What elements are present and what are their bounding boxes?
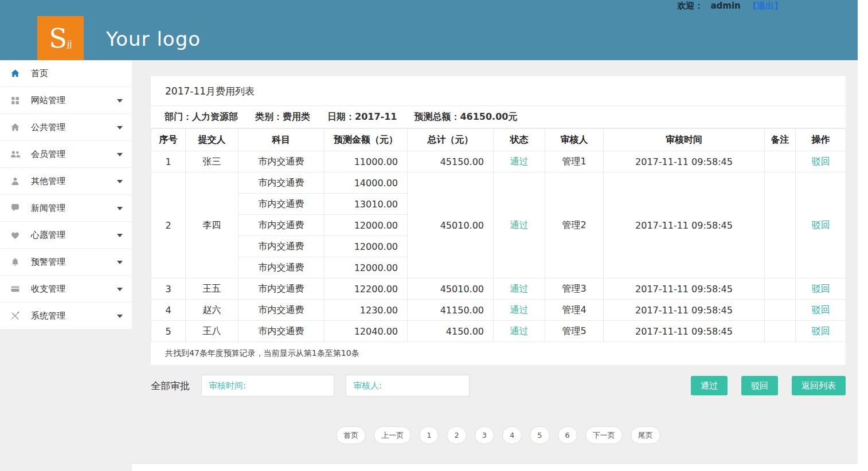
status-pass-link[interactable]: 通过 <box>510 304 529 315</box>
result-count-note: 共找到47条年度预算记录，当前显示从第1条至第10条 <box>151 342 846 365</box>
page-1-button[interactable]: 1 <box>419 426 439 444</box>
total-cell: 45010.00 <box>408 278 494 300</box>
reject-link[interactable]: 驳回 <box>812 283 830 294</box>
sidebar-item-label: 首页 <box>31 68 48 79</box>
status-cell: 通过 <box>494 321 545 342</box>
note-cell <box>765 278 796 300</box>
sidebar-item-system-management[interactable]: 系统管理 <box>0 303 132 329</box>
reject-link[interactable]: 驳回 <box>812 304 830 315</box>
audit-time-input[interactable] <box>201 375 334 397</box>
expense-panel: 2017-11月费用列表 部门：人力资源部 类别：费用类 日期：2017-11 … <box>151 76 846 365</box>
back-to-list-button[interactable]: 返回列表 <box>792 376 846 395</box>
subject-cell: 市内交通费 <box>238 194 324 215</box>
action-cell: 驳回 <box>796 278 846 300</box>
logo-badge-sub: jj <box>67 39 72 49</box>
table-header-row: 序号 提交人 科目 预测金额（元） 总计（元） 状态 审核人 审核时间 备注 操… <box>151 129 846 151</box>
sidebar-item-home[interactable]: 首页 <box>0 60 132 87</box>
page: 欢迎： admin 【退出】 S jj Your logo 首页 网站管理 <box>0 0 868 471</box>
col-forecast-amount: 预测金额（元） <box>324 129 408 151</box>
action-cell: 驳回 <box>796 300 846 321</box>
status-pass-link[interactable]: 通过 <box>510 219 529 230</box>
page-last-button[interactable]: 尾页 <box>631 426 660 444</box>
welcome-label: 欢迎： <box>677 1 703 11</box>
col-action: 操作 <box>796 129 846 151</box>
amount-cell: 12000.00 <box>324 257 408 278</box>
subject-cell: 市内交通费 <box>238 151 324 172</box>
logo-badge: S jj <box>37 16 84 60</box>
audit-time-cell: 2017-11-11 09:58:45 <box>604 172 765 278</box>
sidebar-item-finance-management[interactable]: 收支管理 <box>0 276 132 303</box>
scrollbar-track[interactable] <box>858 0 868 471</box>
serial-cell: 3 <box>151 278 186 300</box>
sidebar-item-warning-management[interactable]: 预警管理 <box>0 249 132 276</box>
page-first-button[interactable]: 首页 <box>336 426 366 444</box>
subject-cell: 市内交通费 <box>238 321 324 342</box>
home-icon <box>10 69 23 78</box>
summary-category: 类别：费用类 <box>255 111 310 123</box>
page-4-button[interactable]: 4 <box>502 426 522 444</box>
sidebar-item-news-management[interactable]: 新闻管理 <box>0 195 132 222</box>
reject-link[interactable]: 驳回 <box>812 325 830 336</box>
action-cell: 驳回 <box>796 151 846 172</box>
sidebar-item-site-management[interactable]: 网站管理 <box>0 87 132 114</box>
summary-dept: 部门：人力资源部 <box>165 111 238 123</box>
note-cell <box>765 321 796 342</box>
app-header: 欢迎： admin 【退出】 S jj Your logo <box>0 0 858 60</box>
users-icon <box>10 150 23 159</box>
status-pass-link[interactable]: 通过 <box>510 325 529 336</box>
grid-icon <box>10 96 23 105</box>
reject-button[interactable]: 驳回 <box>741 376 778 395</box>
col-total: 总计（元） <box>408 129 494 151</box>
welcome-bar: 欢迎： admin 【退出】 <box>677 1 783 11</box>
sidebar-item-label: 会员管理 <box>31 149 65 160</box>
serial-cell: 1 <box>151 151 186 172</box>
page-5-button[interactable]: 5 <box>530 426 549 444</box>
sidebar-item-wish-management[interactable]: 心愿管理 <box>0 222 132 249</box>
reject-link[interactable]: 驳回 <box>812 219 830 230</box>
status-pass-link[interactable]: 通过 <box>510 156 529 167</box>
sidebar-item-label: 新闻管理 <box>31 203 65 214</box>
table-row: 4 赵六 市内交通费 1230.00 41150.00 通过 管理4 2017-… <box>151 300 846 321</box>
col-submitter: 提交人 <box>186 129 238 151</box>
page-2-button[interactable]: 2 <box>447 426 466 444</box>
audit-time-cell: 2017-11-11 09:58:45 <box>604 321 765 342</box>
sidebar-item-label: 网站管理 <box>31 95 65 106</box>
caret-down-icon <box>117 261 123 264</box>
username: admin <box>710 1 740 11</box>
page-3-button[interactable]: 3 <box>475 426 494 444</box>
tools-icon <box>10 311 23 321</box>
approve-button[interactable]: 通过 <box>691 376 728 395</box>
col-subject: 科目 <box>238 129 324 151</box>
status-pass-link[interactable]: 通过 <box>510 283 529 294</box>
sidebar-item-label: 心愿管理 <box>31 230 65 241</box>
col-audit-time: 审核时间 <box>604 129 765 151</box>
logo-text: Your logo <box>106 28 201 50</box>
auditor-cell: 管理5 <box>545 321 604 342</box>
amount-cell: 12000.00 <box>324 236 408 257</box>
amount-cell: 11000.00 <box>324 151 408 172</box>
caret-down-icon <box>117 126 123 129</box>
logout-link[interactable]: 【退出】 <box>748 1 783 11</box>
batch-approval-bar: 全部审批 通过 驳回 返回列表 <box>151 375 846 397</box>
page-prev-button[interactable]: 上一页 <box>374 426 411 444</box>
reject-link[interactable]: 驳回 <box>812 156 830 167</box>
auditor-cell: 管理2 <box>545 172 604 278</box>
col-auditor: 审核人 <box>545 129 604 151</box>
page-6-button[interactable]: 6 <box>558 426 577 444</box>
sidebar-item-other-management[interactable]: 其他管理 <box>0 168 132 195</box>
serial-cell: 5 <box>151 321 186 342</box>
col-serial: 序号 <box>151 129 186 151</box>
sidebar-item-public-management[interactable]: 公共管理 <box>0 114 132 141</box>
page-next-button[interactable]: 下一页 <box>585 426 623 444</box>
serial-cell: 2 <box>151 172 186 278</box>
total-cell: 45010.00 <box>408 172 494 278</box>
page-footer <box>132 463 858 471</box>
total-cell: 4150.00 <box>408 321 494 342</box>
wallet-icon <box>10 284 23 294</box>
sidebar-item-member-management[interactable]: 会员管理 <box>0 141 132 168</box>
auditor-input[interactable] <box>346 375 470 397</box>
submitter-cell: 李四 <box>186 172 238 278</box>
summary-bar: 部门：人力资源部 类别：费用类 日期：2017-11 预测总额：46150.00… <box>151 106 846 128</box>
auditor-cell: 管理3 <box>545 278 604 300</box>
note-cell <box>765 172 796 278</box>
